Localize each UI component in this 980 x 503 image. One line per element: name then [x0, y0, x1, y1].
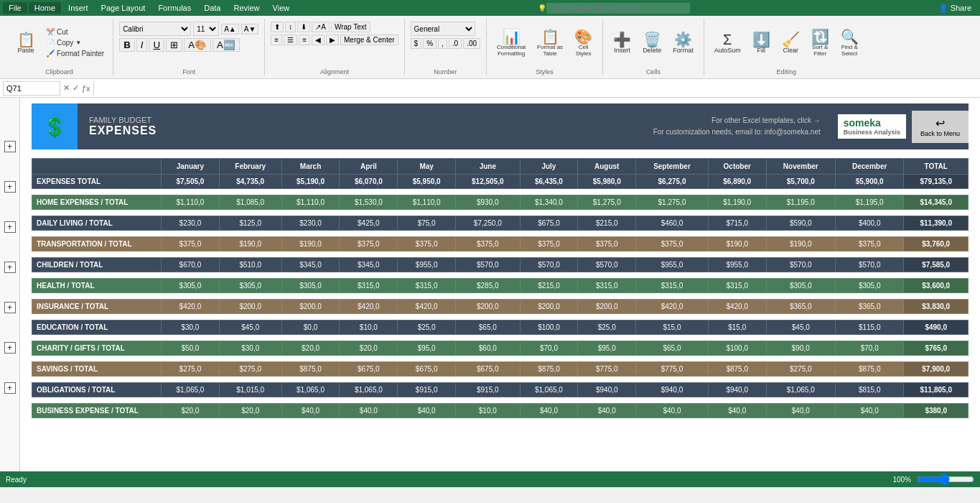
row-cell[interactable]: $315,0 — [708, 279, 766, 293]
row-cell[interactable]: $20,0 — [162, 404, 220, 418]
row-cell[interactable]: $14,345,0 — [904, 195, 969, 210]
row-cell[interactable]: $20,0 — [340, 341, 398, 356]
find-select-button[interactable]: 🔍 Find &Select — [836, 28, 863, 58]
row-cell[interactable]: $1,110,0 — [398, 195, 456, 210]
row-cell[interactable]: $65,0 — [636, 341, 709, 356]
indent-decrease-button[interactable]: ◀ — [312, 34, 325, 45]
row-cell[interactable]: $10,0 — [456, 404, 520, 418]
row-cell[interactable]: $190,0 — [766, 237, 835, 251]
row-cell[interactable]: $275,0 — [162, 362, 220, 377]
menu-insert[interactable]: Insert — [62, 2, 94, 14]
row-cell[interactable]: $230,0 — [162, 216, 220, 231]
row-cell[interactable]: $570,0 — [835, 258, 903, 272]
menu-home[interactable]: Home — [29, 2, 61, 14]
row-cell[interactable]: $1,530,0 — [340, 195, 398, 210]
expand-button-5[interactable]: + — [4, 302, 16, 313]
row-cell[interactable]: $305,0 — [281, 279, 340, 293]
row-cell[interactable]: $215,0 — [578, 216, 636, 231]
row-cell[interactable]: $45,0 — [219, 320, 281, 335]
copy-button[interactable]: 📄Copy ▼ — [43, 38, 107, 47]
font-shrink-button[interactable]: A▼ — [241, 24, 259, 34]
autosum-button[interactable]: Σ AutoSum — [710, 31, 745, 55]
row-cell[interactable]: $380,0 — [904, 404, 969, 418]
row-cell[interactable]: $570,0 — [766, 258, 835, 272]
row-cell[interactable]: $775,0 — [636, 362, 709, 377]
row-cell[interactable]: $955,0 — [636, 258, 709, 272]
text-angle-button[interactable]: ↗A — [312, 22, 330, 32]
delete-button[interactable]: 🗑️ Delete — [638, 31, 666, 55]
align-top-button[interactable]: ⬆ — [271, 22, 284, 32]
row-cell[interactable]: $15,0 — [636, 320, 709, 335]
row-cell[interactable]: $5,950,0 — [398, 175, 456, 189]
row-cell[interactable]: $375,0 — [520, 237, 578, 251]
align-center-button[interactable]: ☰ — [284, 34, 297, 45]
row-cell[interactable]: $95,0 — [398, 341, 456, 356]
row-cell[interactable]: $70,0 — [835, 341, 903, 356]
format-as-table-button[interactable]: 📋 Format asTable — [533, 28, 567, 58]
menu-file[interactable]: File — [3, 2, 27, 14]
align-bottom-button[interactable]: ⬇ — [297, 22, 310, 32]
row-cell[interactable]: $115,0 — [835, 320, 903, 335]
row-cell[interactable]: $460,0 — [636, 216, 709, 231]
row-cell[interactable]: $40,0 — [766, 404, 835, 418]
row-cell[interactable]: $200,0 — [578, 300, 636, 314]
expand-button-2[interactable]: + — [4, 181, 16, 193]
row-cell[interactable]: $200,0 — [219, 300, 281, 314]
row-cell[interactable]: $765,0 — [904, 341, 969, 356]
align-middle-button[interactable]: ↕ — [285, 22, 296, 32]
row-cell[interactable]: $1,065,0 — [340, 383, 398, 397]
percent-button[interactable]: % — [423, 38, 437, 49]
row-cell[interactable]: $230,0 — [281, 216, 340, 231]
row-cell[interactable]: $5,980,0 — [578, 175, 636, 189]
row-cell[interactable]: $940,0 — [636, 383, 709, 397]
row-cell[interactable]: $79,135,0 — [904, 175, 969, 189]
row-cell[interactable]: $955,0 — [708, 258, 766, 272]
row-cell[interactable]: $1,275,0 — [578, 195, 636, 210]
row-cell[interactable]: $275,0 — [219, 362, 281, 377]
row-cell[interactable]: $40,0 — [520, 404, 578, 418]
row-cell[interactable]: $915,0 — [398, 383, 456, 397]
row-cell[interactable]: $1,065,0 — [520, 383, 578, 397]
row-cell[interactable]: $11,805,0 — [904, 383, 969, 397]
cut-button[interactable]: ✂️Cut — [43, 27, 107, 37]
menu-review[interactable]: Review — [228, 2, 265, 14]
row-cell[interactable]: $20,0 — [281, 341, 340, 356]
row-cell[interactable]: $95,0 — [578, 341, 636, 356]
row-cell[interactable]: $345,0 — [281, 258, 340, 272]
row-cell[interactable]: $1,275,0 — [636, 195, 709, 210]
insert-button[interactable]: ➕ Insert — [609, 31, 635, 55]
row-cell[interactable]: $5,190,0 — [281, 175, 340, 189]
menu-view[interactable]: View — [267, 2, 296, 14]
row-cell[interactable]: $570,0 — [520, 258, 578, 272]
row-cell[interactable]: $305,0 — [162, 279, 220, 293]
cell-styles-button[interactable]: 🎨 CellStyles — [570, 28, 597, 58]
row-cell[interactable]: $40,0 — [708, 404, 766, 418]
row-cell[interactable]: $3,830,0 — [904, 300, 969, 314]
row-cell[interactable]: $675,0 — [456, 362, 520, 377]
row-cell[interactable]: $30,0 — [162, 320, 220, 335]
format-painter-button[interactable]: 🖌️Format Painter — [43, 49, 107, 58]
row-cell[interactable]: $40,0 — [340, 404, 398, 418]
row-cell[interactable]: $6,435,0 — [520, 175, 578, 189]
font-family-select[interactable]: Calibri — [119, 22, 191, 36]
back-to-menu-button[interactable]: ↩ Back to Menu — [912, 111, 969, 143]
row-cell[interactable]: $50,0 — [162, 341, 220, 356]
cell-reference-input[interactable] — [3, 81, 60, 96]
number-format-select[interactable]: General — [411, 22, 475, 36]
expand-button-6[interactable]: + — [4, 342, 16, 354]
row-cell[interactable]: $200,0 — [281, 300, 340, 314]
row-cell[interactable]: $190,0 — [219, 237, 281, 251]
row-cell[interactable]: $875,0 — [520, 362, 578, 377]
row-cell[interactable]: $375,0 — [162, 237, 220, 251]
row-cell[interactable]: $420,0 — [340, 300, 398, 314]
row-cell[interactable]: $10,0 — [340, 320, 398, 335]
row-cell[interactable]: $345,0 — [340, 258, 398, 272]
row-cell[interactable]: $570,0 — [456, 258, 520, 272]
row-cell[interactable]: $4,735,0 — [219, 175, 281, 189]
decimal-increase-button[interactable]: .0 — [449, 38, 462, 49]
row-cell[interactable]: $90,0 — [766, 341, 835, 356]
row-cell[interactable]: $675,0 — [520, 216, 578, 231]
row-cell[interactable]: $7,505,0 — [162, 175, 220, 189]
row-cell[interactable]: $315,0 — [636, 279, 709, 293]
conditional-formatting-button[interactable]: 📊 ConditionalFormatting — [493, 28, 530, 58]
